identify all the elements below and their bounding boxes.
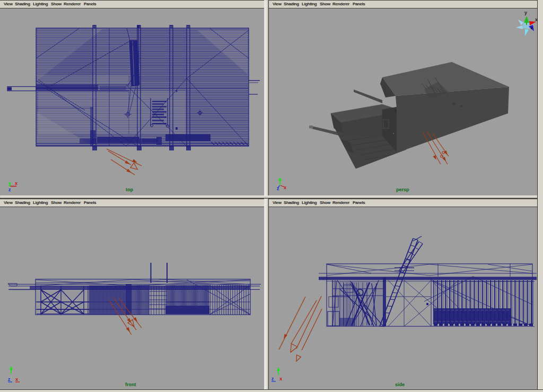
svg-text:x: x [15, 181, 17, 186]
svg-text:x: x [279, 376, 282, 381]
svg-text:z: z [272, 376, 274, 381]
svg-text:x: x [535, 17, 538, 22]
svg-text:y: y [524, 10, 527, 15]
svg-text:z: z [8, 187, 11, 192]
svg-text:x: x [284, 185, 286, 190]
svg-text:z: z [531, 25, 533, 30]
svg-text:x: x [15, 377, 18, 382]
svg-text:z: z [8, 377, 11, 382]
